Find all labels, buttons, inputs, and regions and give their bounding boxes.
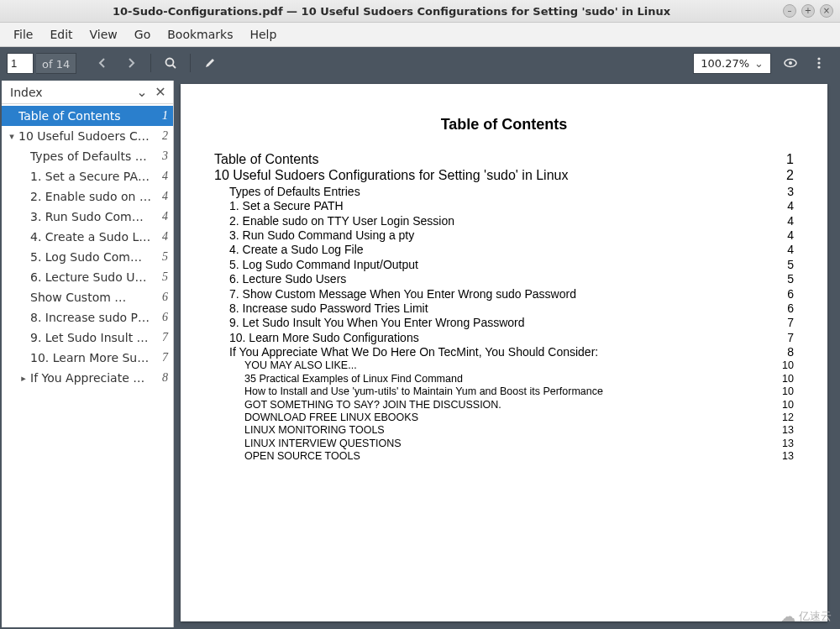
- toc-page: 7: [780, 331, 794, 344]
- toc-page: 12: [775, 411, 794, 423]
- more-menu-button[interactable]: [808, 52, 830, 74]
- annotate-button[interactable]: [199, 52, 221, 74]
- toc-title: DOWNLOAD FREE LINUX EBOOKS: [244, 411, 775, 423]
- maximize-button[interactable]: +: [801, 4, 815, 18]
- outline-page: 4: [153, 190, 168, 203]
- toc-page: 6: [780, 287, 794, 301]
- toc-page: 5: [780, 272, 794, 286]
- outline-item[interactable]: 10. Learn More Su…7: [2, 348, 173, 368]
- outline-item[interactable]: 3. Run Sudo Com…4: [2, 207, 173, 227]
- svg-point-4: [817, 57, 820, 60]
- outline-item[interactable]: Table of Contents1: [2, 106, 173, 126]
- menu-go[interactable]: Go: [126, 24, 159, 45]
- outline-page: 4: [153, 170, 168, 183]
- disclosure-icon[interactable]: ▾: [5, 131, 18, 142]
- sidebar-dropdown-button[interactable]: ⌄: [133, 83, 151, 102]
- toc-title: Table of Contents: [214, 152, 780, 167]
- outline-page: 7: [153, 351, 168, 364]
- toc-title: 10 Useful Sudoers Configurations for Set…: [214, 168, 780, 183]
- outline-item[interactable]: ▸If You Appreciate …8: [2, 368, 173, 388]
- toc-page: 4: [780, 228, 794, 242]
- page-heading: Table of Contents: [214, 116, 794, 134]
- toc-entry[interactable]: Types of Defaults Entries3: [214, 185, 794, 198]
- toc-title: 9. Let Sudo Insult You When You Enter Wr…: [229, 316, 780, 329]
- menu-bookmarks[interactable]: Bookmarks: [159, 24, 241, 45]
- document-viewport[interactable]: Table of Contents Table of Contents110 U…: [174, 79, 840, 629]
- toc-page: 4: [780, 243, 794, 256]
- toc-entry[interactable]: 35 Practical Examples of Linux Find Comm…: [214, 373, 794, 385]
- toc-entry[interactable]: How to Install and Use 'yum-utils' to Ma…: [214, 385, 794, 397]
- toc-entry[interactable]: 3. Run Sudo Command Using a pty4: [214, 228, 794, 242]
- page-number-input[interactable]: [7, 53, 34, 74]
- outline-label: 5. Log Sudo Com…: [30, 250, 153, 264]
- toc-entry[interactable]: 10. Learn More Sudo Configurations7: [214, 331, 794, 344]
- toc-entry[interactable]: If You Appreciate What We Do Here On Tec…: [214, 345, 794, 359]
- toc-entry[interactable]: 6. Lecture Sudo Users5: [214, 272, 794, 286]
- toc-page: 10: [775, 373, 794, 385]
- toolbar: of 14 100.27% ⌄: [0, 47, 840, 79]
- toc-title: 8. Increase sudo Password Tries Limit: [229, 301, 780, 315]
- outline-page: 2: [153, 129, 168, 143]
- toc-entry[interactable]: 7. Show Custom Message When You Enter Wr…: [214, 287, 794, 301]
- outline-page: 4: [153, 230, 168, 244]
- menu-file[interactable]: File: [5, 24, 41, 45]
- toc-page: 10: [775, 385, 794, 397]
- outline-item[interactable]: Types of Defaults …3: [2, 146, 173, 166]
- chevron-down-icon: ⌄: [754, 57, 764, 70]
- toc-title: 7. Show Custom Message When You Enter Wr…: [229, 287, 780, 301]
- outline-item[interactable]: 2. Enable sudo on …4: [2, 186, 173, 207]
- outline-item[interactable]: ▾10 Useful Sudoers C…2: [2, 126, 173, 146]
- back-button[interactable]: [92, 52, 113, 74]
- toc-title: 1. Set a Secure PATH: [229, 199, 780, 212]
- zoom-value: 100.27%: [701, 57, 749, 70]
- toc-entry[interactable]: OPEN SOURCE TOOLS13: [214, 450, 794, 462]
- toc-entry[interactable]: DOWNLOAD FREE LINUX EBOOKS12: [214, 411, 794, 423]
- outline-tree[interactable]: Table of Contents1▾10 Useful Sudoers C…2…: [2, 104, 173, 627]
- toc-entry[interactable]: 10 Useful Sudoers Configurations for Set…: [214, 168, 794, 183]
- close-button[interactable]: ×: [820, 4, 833, 18]
- toc-entry[interactable]: 9. Let Sudo Insult You When You Enter Wr…: [214, 316, 794, 329]
- menubar: File Edit View Go Bookmarks Help: [0, 23, 840, 47]
- toc-title: 6. Lecture Sudo Users: [229, 272, 780, 286]
- svg-point-3: [789, 61, 792, 65]
- menu-view[interactable]: View: [81, 24, 126, 45]
- toc-entry[interactable]: YOU MAY ALSO LIKE...10: [214, 359, 794, 371]
- menu-edit[interactable]: Edit: [41, 24, 81, 45]
- disclosure-icon[interactable]: ▸: [17, 373, 30, 384]
- outline-item[interactable]: Show Custom …6: [2, 287, 173, 307]
- toc-entry[interactable]: 8. Increase sudo Password Tries Limit6: [214, 301, 794, 315]
- pdf-page: Table of Contents Table of Contents110 U…: [181, 84, 827, 621]
- toc-entry[interactable]: 2. Enable sudo on TTY User Login Session…: [214, 214, 794, 228]
- toc-title: Types of Defaults Entries: [229, 185, 780, 198]
- toc-title: 2. Enable sudo on TTY User Login Session: [229, 214, 780, 228]
- toc-entry[interactable]: LINUX MONITORING TOOLS13: [214, 424, 794, 436]
- outline-item[interactable]: 4. Create a Sudo L…4: [2, 227, 173, 247]
- toc-entry[interactable]: 5. Log Sudo Command Input/Output5: [214, 258, 794, 271]
- outline-label: 2. Enable sudo on …: [30, 190, 153, 203]
- sidebar-close-button[interactable]: ✕: [151, 83, 170, 102]
- toc-title: 5. Log Sudo Command Input/Output: [229, 258, 780, 271]
- menu-help[interactable]: Help: [241, 24, 285, 45]
- svg-point-5: [817, 61, 820, 64]
- search-button[interactable]: [160, 52, 181, 74]
- toc-page: 3: [780, 185, 794, 198]
- outline-page: 4: [153, 210, 168, 223]
- toc-entry[interactable]: 1. Set a Secure PATH4: [214, 199, 794, 212]
- watermark-text: 亿速云: [799, 609, 832, 624]
- view-mode-button[interactable]: [780, 52, 801, 74]
- outline-item[interactable]: 5. Log Sudo Com…5: [2, 247, 173, 267]
- outline-label: Table of Contents: [18, 109, 153, 123]
- outline-item[interactable]: 6. Lecture Sudo U…5: [2, 267, 173, 287]
- toc-entry[interactable]: LINUX INTERVIEW QUESTIONS13: [214, 438, 794, 449]
- forward-button[interactable]: [120, 52, 142, 74]
- toc-entry[interactable]: GOT SOMETHING TO SAY? JOIN THE DISCUSSIO…: [214, 399, 794, 411]
- toc-entry[interactable]: Table of Contents1: [214, 152, 794, 167]
- svg-line-1: [173, 66, 176, 69]
- outline-item[interactable]: 1. Set a Secure PA…4: [2, 166, 173, 186]
- outline-item[interactable]: 9. Let Sudo Insult …7: [2, 328, 173, 348]
- toc-entry[interactable]: 4. Create a Sudo Log File4: [214, 243, 794, 256]
- outline-label: 10 Useful Sudoers C…: [18, 129, 153, 143]
- minimize-button[interactable]: –: [783, 4, 796, 18]
- zoom-dropdown[interactable]: 100.27% ⌄: [693, 53, 771, 74]
- outline-item[interactable]: 8. Increase sudo P…6: [2, 307, 173, 328]
